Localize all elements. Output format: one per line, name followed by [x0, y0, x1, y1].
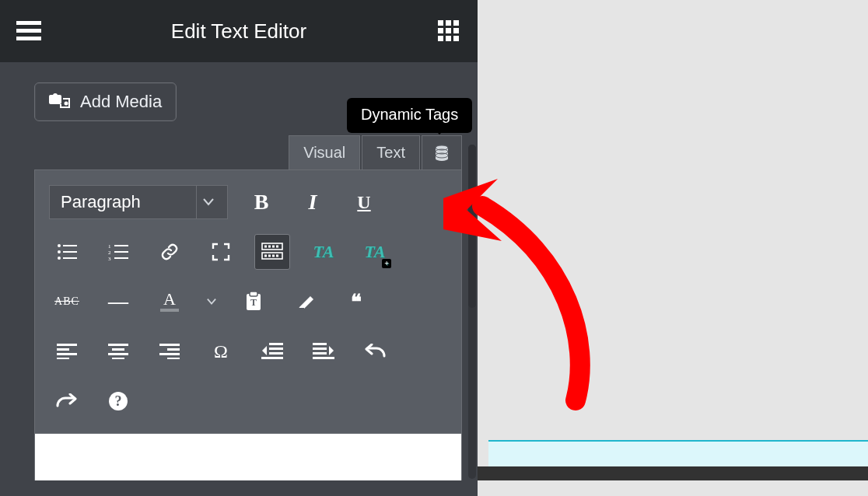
numbered-list-button[interactable]: 123: [100, 234, 136, 270]
italic-button[interactable]: I: [295, 184, 331, 220]
bullet-list-button[interactable]: [49, 234, 85, 270]
svg-text:T: T: [250, 297, 257, 308]
link-button[interactable]: [152, 234, 187, 270]
svg-rect-40: [276, 255, 278, 257]
fullscreen-button[interactable]: [203, 234, 239, 270]
svg-rect-37: [264, 255, 267, 257]
blockquote-button[interactable]: ❝: [338, 284, 374, 320]
svg-rect-36: [276, 246, 278, 248]
svg-rect-50: [112, 348, 124, 351]
editor-sidebar: Edit Text Editor: [0, 0, 478, 496]
tab-visual[interactable]: Visual: [289, 135, 360, 169]
svg-rect-3: [438, 20, 443, 26]
align-left-button[interactable]: [49, 334, 85, 369]
svg-point-19: [58, 244, 61, 247]
svg-point-21: [58, 250, 61, 253]
svg-rect-44: [296, 308, 304, 310]
svg-rect-8: [453, 28, 459, 33]
svg-rect-11: [453, 36, 459, 41]
media-icon: [49, 93, 72, 111]
svg-rect-61: [313, 343, 327, 345]
align-center-button[interactable]: [100, 334, 136, 369]
svg-rect-4: [446, 20, 451, 26]
svg-rect-22: [63, 251, 77, 253]
svg-rect-53: [159, 344, 180, 346]
tab-text[interactable]: Text: [362, 135, 420, 169]
svg-rect-26: [114, 245, 128, 246]
svg-rect-24: [63, 257, 77, 259]
bold-button[interactable]: B: [243, 184, 279, 220]
indent-button[interactable]: [306, 334, 341, 369]
svg-text:1: 1: [108, 243, 111, 250]
chevron-down-icon: [196, 186, 219, 218]
svg-rect-63: [313, 352, 327, 355]
svg-point-14: [65, 102, 68, 106]
svg-text:3: 3: [108, 256, 111, 260]
underline-button[interactable]: U: [346, 184, 382, 220]
svg-rect-0: [16, 21, 41, 25]
text-color-button[interactable]: A: [152, 284, 187, 320]
svg-rect-45: [57, 344, 77, 346]
svg-point-13: [53, 93, 58, 98]
horizontal-rule-button[interactable]: —: [100, 284, 136, 320]
format-select[interactable]: Paragraph: [49, 185, 228, 219]
svg-rect-2: [16, 37, 41, 40]
svg-rect-60: [261, 357, 283, 359]
text-color-picker-button[interactable]: [203, 284, 220, 320]
panel-title: Edit Text Editor: [171, 19, 306, 44]
svg-rect-38: [268, 255, 271, 257]
svg-rect-33: [264, 246, 267, 248]
help-button[interactable]: ?: [100, 383, 136, 419]
svg-rect-5: [453, 20, 459, 26]
svg-rect-42: [250, 292, 257, 296]
svg-point-23: [58, 257, 61, 260]
add-media-button[interactable]: Add Media: [34, 82, 177, 121]
align-right-button[interactable]: [152, 334, 187, 369]
svg-rect-9: [438, 36, 443, 41]
svg-text:?: ?: [115, 393, 122, 409]
clear-formatting-button[interactable]: [287, 284, 323, 320]
svg-rect-30: [114, 257, 128, 259]
editor-tabs: Visual Text: [34, 135, 462, 169]
svg-rect-56: [167, 358, 180, 359]
svg-rect-48: [57, 358, 69, 359]
special-character-button[interactable]: Ω: [203, 334, 239, 369]
sidebar-header: Edit Text Editor: [0, 0, 478, 62]
widgets-grid-icon[interactable]: [436, 18, 462, 44]
svg-rect-59: [269, 352, 283, 355]
svg-rect-1: [16, 29, 41, 33]
svg-rect-10: [446, 36, 451, 41]
sidebar-scrollbar[interactable]: [468, 145, 476, 479]
ta-plugin-button-1[interactable]: TA: [306, 234, 341, 270]
svg-rect-47: [57, 353, 77, 355]
toolbar-toggle-button[interactable]: [254, 234, 290, 270]
svg-rect-55: [159, 353, 180, 355]
svg-rect-28: [114, 251, 128, 253]
format-select-value: Paragraph: [61, 192, 141, 212]
editor-content-area[interactable]: [34, 434, 462, 480]
wysiwyg-toolbar: Paragraph B I U 123: [34, 169, 462, 434]
svg-rect-35: [272, 246, 275, 248]
svg-rect-20: [63, 245, 77, 246]
redo-button[interactable]: [49, 383, 85, 419]
scrollbar-thumb[interactable]: [468, 145, 476, 308]
menu-icon[interactable]: [16, 18, 42, 44]
paste-text-button[interactable]: T: [236, 284, 271, 320]
outdent-button[interactable]: [254, 334, 290, 369]
database-icon: [433, 145, 450, 162]
svg-text:2: 2: [108, 250, 111, 256]
page-canvas: [478, 0, 868, 496]
undo-button[interactable]: [357, 334, 393, 369]
plus-badge-icon: +: [382, 259, 391, 268]
svg-rect-62: [313, 348, 327, 350]
svg-rect-54: [167, 348, 180, 351]
add-media-label: Add Media: [80, 92, 162, 112]
svg-rect-64: [313, 357, 334, 359]
dynamic-tags-tooltip: Dynamic Tags: [347, 98, 472, 133]
svg-rect-7: [446, 28, 451, 33]
svg-rect-39: [272, 255, 275, 257]
ta-plugin-button-2[interactable]: TA +: [357, 234, 393, 270]
strikethrough-button[interactable]: ABC: [49, 284, 85, 320]
svg-rect-6: [438, 28, 443, 33]
canvas-divider: [478, 466, 868, 480]
